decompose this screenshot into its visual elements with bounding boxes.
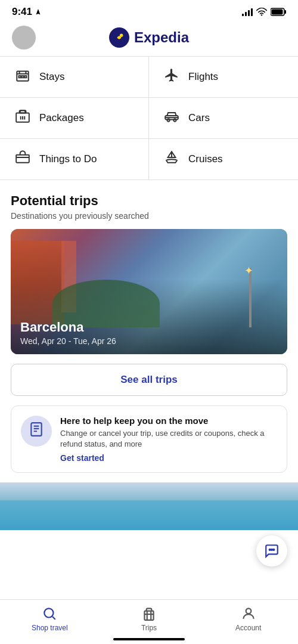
bottom-nav: Shop travel Trips Account — [0, 599, 298, 644]
cars-icon — [163, 109, 180, 128]
logo-icon — [109, 27, 129, 48]
nav-item-things-to-do[interactable]: Things to Do — [0, 139, 149, 180]
svg-point-4 — [120, 34, 123, 38]
luggage-icon — [141, 606, 157, 621]
trips-label: Trips — [141, 624, 157, 632]
nav-item-cruises[interactable]: Cruises — [149, 139, 298, 180]
packages-label: Packages — [39, 112, 84, 124]
svg-point-18 — [273, 549, 274, 550]
potential-trips-subtitle: Destinations you previously searched — [11, 211, 287, 221]
logo-text: Expedia — [134, 29, 189, 46]
person-icon — [241, 606, 256, 621]
ocean-section — [0, 482, 298, 530]
bottom-nav-account[interactable]: Account — [198, 606, 298, 632]
svg-rect-20 — [144, 611, 153, 620]
svg-rect-8 — [24, 76, 26, 78]
account-label: Account — [235, 624, 261, 632]
svg-rect-14 — [16, 155, 29, 163]
bottom-nav-trips[interactable]: Trips — [100, 606, 199, 632]
status-bar: 9:41 — [0, 0, 298, 21]
help-content: Here to help keep you on the move Change… — [60, 416, 277, 463]
nav-item-flights[interactable]: Flights — [149, 57, 298, 98]
nav-item-packages[interactable]: Packages — [0, 98, 149, 139]
status-icons — [242, 8, 286, 16]
bottom-nav-shop[interactable]: Shop travel — [0, 606, 100, 632]
flights-label: Flights — [188, 71, 218, 83]
things-to-do-label: Things to Do — [39, 153, 97, 165]
packages-icon — [14, 109, 31, 128]
potential-trips-section: Potential trips Destinations you previou… — [0, 180, 298, 354]
help-list-icon — [29, 422, 44, 441]
chat-button[interactable] — [256, 535, 287, 566]
see-all-trips-label: See all trips — [120, 374, 177, 386]
stays-icon — [14, 67, 31, 86]
avatar[interactable] — [12, 26, 36, 49]
nav-grid: Stays Flights Packages — [0, 56, 298, 180]
search-icon — [42, 606, 57, 621]
help-title: Here to help keep you on the move — [60, 416, 277, 426]
help-card: Here to help keep you on the move Change… — [11, 405, 287, 473]
app-header: Expedia — [0, 21, 298, 56]
svg-point-19 — [45, 608, 54, 617]
potential-trips-title: Potential trips — [11, 193, 287, 209]
trip-dates: Wed, Apr 20 - Tue, Apr 26 — [20, 336, 278, 346]
svg-rect-2 — [272, 10, 283, 15]
svg-point-16 — [269, 549, 271, 550]
svg-point-12 — [167, 119, 169, 121]
logo: Expedia — [109, 27, 189, 48]
cars-label: Cars — [188, 112, 210, 124]
svg-rect-1 — [285, 10, 287, 14]
svg-rect-7 — [21, 76, 23, 78]
shop-label: Shop travel — [32, 624, 68, 632]
location-icon — [35, 8, 42, 16]
svg-point-17 — [271, 549, 272, 550]
trip-city: Barcelona — [20, 320, 278, 335]
activities-icon — [14, 150, 31, 169]
nav-item-cars[interactable]: Cars — [149, 98, 298, 139]
ocean-waves — [0, 500, 298, 530]
help-icon-circle — [21, 416, 52, 447]
stays-label: Stays — [39, 71, 65, 83]
nav-item-stays[interactable]: Stays — [0, 57, 149, 98]
see-all-trips-button[interactable]: See all trips — [11, 364, 287, 396]
status-time: 9:41 — [12, 6, 42, 18]
trip-card-text: Barcelona Wed, Apr 20 - Tue, Apr 26 — [11, 311, 287, 354]
cruises-label: Cruises — [188, 153, 223, 165]
svg-point-21 — [246, 608, 251, 614]
get-started-link[interactable]: Get started — [60, 453, 277, 463]
help-description: Change or cancel your trip, use credits … — [60, 428, 277, 450]
expedia-logo-icon — [113, 31, 126, 44]
chat-icon — [264, 543, 280, 559]
signal-icon — [242, 8, 253, 16]
wifi-icon — [256, 8, 267, 16]
trip-card[interactable]: Barcelona Wed, Apr 20 - Tue, Apr 26 — [11, 229, 287, 354]
svg-rect-6 — [19, 76, 21, 78]
flights-icon — [163, 67, 180, 86]
battery-icon — [271, 8, 286, 16]
svg-point-13 — [173, 119, 176, 121]
cruises-icon — [163, 150, 180, 169]
home-indicator — [113, 638, 185, 640]
